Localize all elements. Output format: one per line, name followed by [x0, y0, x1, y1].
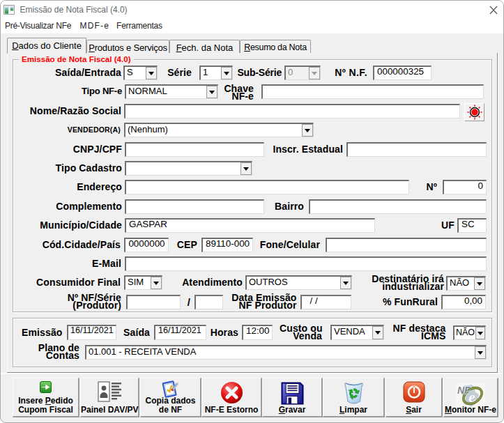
svg-text:e: e — [468, 388, 475, 406]
